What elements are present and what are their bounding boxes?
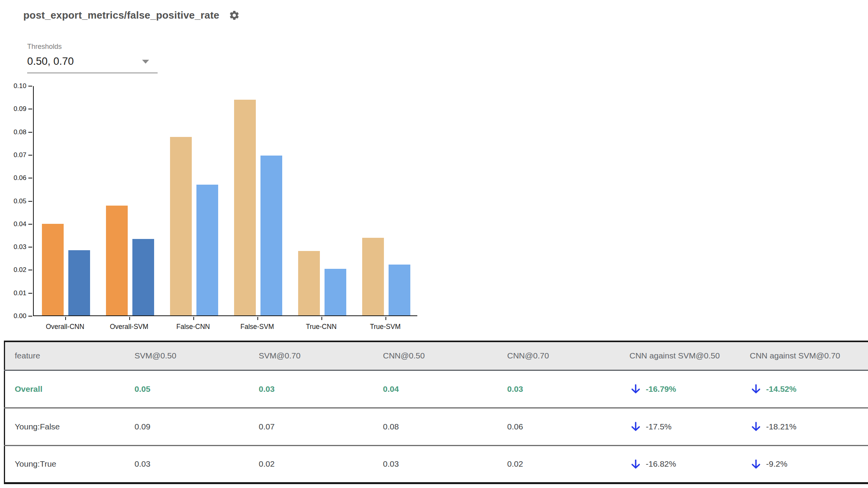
y-axis-tick (28, 247, 32, 247)
y-axis-label: 0.10 (8, 82, 26, 90)
bar-group-true-cnn (290, 86, 354, 315)
comparison-value: -9.2% (766, 459, 788, 469)
metric-header: post_export_metrics/false_positive_rate (23, 9, 240, 21)
bar-group-false-svm (226, 86, 290, 315)
column-header-1: SVM@0.50 (125, 341, 249, 370)
x-axis-tick (321, 317, 322, 320)
x-axis-label: True-CNN (306, 323, 337, 331)
chevron-down-icon (142, 60, 149, 64)
x-axis-label: Overall-CNN (46, 323, 84, 331)
comparison-cell-cnn_vs_svm_070: -18.21% (740, 408, 868, 445)
feature-cell: Young:True (5, 445, 125, 483)
x-axis-tick (129, 317, 130, 320)
bar-overall-svm-threshold-0.50[interactable] (106, 206, 128, 315)
thresholds-select[interactable]: 0.50, 0.70 (27, 52, 158, 73)
gear-icon (229, 10, 240, 21)
metric-cell-svm_050: 0.03 (125, 445, 249, 483)
y-axis-tick (28, 316, 32, 317)
metric-cell-svm_070: 0.02 (249, 445, 373, 483)
column-header-2: SVM@0.70 (249, 341, 373, 370)
y-axis-tick (28, 293, 32, 294)
comparison-cell-cnn_vs_svm_070: -14.52% (740, 370, 868, 408)
bar-false-cnn-threshold-0.70[interactable] (196, 185, 218, 315)
bar-true-cnn-threshold-0.50[interactable] (298, 251, 320, 315)
y-axis-tick (28, 109, 32, 109)
x-axis-tick (65, 317, 66, 320)
comparison-cell-cnn_vs_svm_070: -9.2% (740, 445, 868, 483)
y-axis-label: 0.02 (8, 266, 26, 274)
thresholds-value: 0.50, 0.70 (27, 55, 74, 67)
table-row-young-true: Young:True0.030.020.030.02-16.82%-9.2% (5, 445, 868, 483)
column-header-6: CNN against SVM@0.70 (740, 341, 868, 370)
bar-group-overall-cnn (34, 86, 98, 315)
x-axis-label: False-SVM (240, 323, 274, 331)
metric-cell-cnn_070: 0.03 (498, 370, 620, 408)
feature-cell: Overall (5, 370, 125, 408)
comparison-value: -17.5% (646, 422, 672, 431)
feature-cell: Young:False (5, 408, 125, 445)
comparison-cell-cnn_vs_svm_050: -16.79% (620, 370, 740, 408)
y-axis-tick (28, 178, 32, 178)
bar-false-svm-threshold-0.50[interactable] (234, 100, 256, 315)
arrow-down-icon (630, 421, 642, 433)
table-row-overall: Overall0.050.030.040.03-16.79%-14.52% (5, 370, 868, 408)
y-axis-label: 0.09 (8, 105, 26, 113)
x-axis-tick (257, 317, 258, 320)
metric-cell-cnn_050: 0.08 (373, 408, 498, 445)
bar-overall-cnn-threshold-0.70[interactable] (68, 250, 90, 315)
comparison-value: -18.21% (766, 422, 797, 431)
metric-cell-cnn_070: 0.06 (498, 408, 620, 445)
x-axis-tick (385, 317, 386, 320)
arrow-down-icon (750, 383, 762, 395)
y-axis-label: 0.06 (8, 174, 26, 182)
comparison-cell-cnn_vs_svm_050: -16.82% (620, 445, 740, 483)
bar-true-svm-threshold-0.70[interactable] (389, 265, 410, 315)
page-title: post_export_metrics/false_positive_rate (23, 9, 219, 21)
x-axis-label: Overall-SVM (110, 323, 148, 331)
x-axis-label: False-CNN (176, 323, 210, 331)
plot-area (33, 86, 417, 316)
metric-cell-cnn_050: 0.04 (373, 370, 498, 408)
y-axis-label: 0.07 (8, 151, 26, 159)
metric-cell-svm_070: 0.03 (249, 370, 373, 408)
table-row-young-false: Young:False0.090.070.080.06-17.5%-18.21% (5, 408, 868, 445)
comparison-cell-cnn_vs_svm_050: -17.5% (620, 408, 740, 445)
fpr-bar-chart: 0.100.090.080.070.060.050.040.030.020.01… (8, 81, 450, 339)
y-axis-tick (28, 155, 32, 156)
thresholds-label: Thresholds (27, 43, 158, 51)
column-header-3: CNN@0.50 (373, 341, 498, 370)
arrow-down-icon (630, 383, 642, 395)
y-axis-tick (28, 224, 32, 225)
comparison-value: -14.52% (766, 384, 797, 394)
table-header-row: featureSVM@0.50SVM@0.70CNN@0.50CNN@0.70C… (5, 341, 868, 370)
bar-group-true-svm (354, 86, 418, 315)
bar-true-cnn-threshold-0.70[interactable] (325, 269, 346, 315)
bar-false-cnn-threshold-0.50[interactable] (170, 137, 192, 315)
comparison-value: -16.82% (646, 459, 676, 469)
bar-true-svm-threshold-0.50[interactable] (362, 238, 384, 315)
y-axis-tick (28, 201, 32, 202)
arrow-down-icon (750, 421, 762, 433)
bar-overall-cnn-threshold-0.50[interactable] (42, 224, 64, 315)
metric-cell-svm_050: 0.05 (125, 370, 249, 408)
bar-group-overall-svm (98, 86, 162, 315)
settings-button[interactable] (229, 10, 240, 21)
y-axis-label: 0.03 (8, 243, 26, 251)
thresholds-control: Thresholds 0.50, 0.70 (27, 43, 158, 73)
arrow-down-icon (630, 458, 642, 470)
y-axis-label: 0.00 (8, 312, 26, 320)
column-header-0: feature (5, 341, 125, 370)
x-axis-label: True-SVM (370, 323, 401, 331)
metric-cell-svm_070: 0.07 (249, 408, 373, 445)
column-header-5: CNN against SVM@0.50 (620, 341, 740, 370)
y-axis-label: 0.04 (8, 220, 26, 228)
bar-false-svm-threshold-0.70[interactable] (260, 156, 282, 315)
metric-cell-cnn_070: 0.02 (498, 445, 620, 483)
y-axis-tick (28, 86, 32, 87)
y-axis-label: 0.08 (8, 128, 26, 136)
bar-overall-svm-threshold-0.70[interactable] (132, 239, 154, 315)
y-axis-label: 0.01 (8, 289, 26, 297)
comparison-value: -16.79% (646, 384, 676, 394)
metric-cell-svm_050: 0.09 (125, 408, 249, 445)
arrow-down-icon (750, 458, 762, 470)
